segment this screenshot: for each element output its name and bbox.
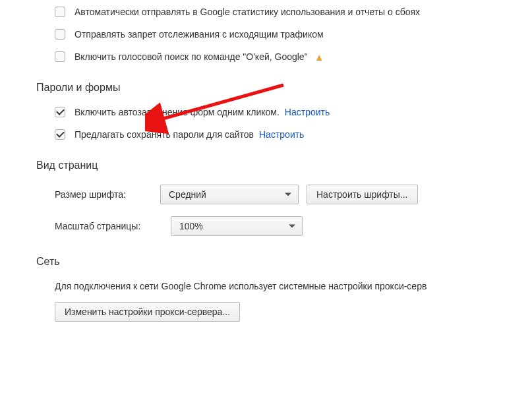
- proxy-settings-button[interactable]: Изменить настройки прокси-сервера...: [55, 302, 240, 322]
- stats-checkbox[interactable]: [55, 7, 65, 17]
- font-size-label: Размер шрифта:: [55, 189, 160, 200]
- dnt-label: Отправлять запрет отслеживания с исходящ…: [74, 29, 324, 40]
- network-section-title: Сеть: [36, 256, 525, 268]
- savepw-configure-link[interactable]: Настроить: [259, 129, 304, 140]
- font-size-value: Средний: [169, 189, 206, 200]
- voice-label: Включить голосовой поиск по команде "О'к…: [74, 51, 308, 62]
- appearance-section-title: Вид страниц: [36, 160, 525, 171]
- network-description: Для подключения к сети Google Chrome исп…: [36, 281, 525, 291]
- savepw-checkbox[interactable]: [55, 129, 65, 140]
- page-zoom-dropdown[interactable]: 100%: [171, 216, 303, 236]
- page-zoom-label: Масштаб страницы:: [55, 221, 160, 231]
- chevron-down-icon: [289, 225, 295, 228]
- autofill-checkbox[interactable]: [55, 107, 65, 117]
- autofill-label: Включить автозаполнение форм одним клико…: [74, 107, 280, 117]
- stats-label: Автоматически отправлять в Google статис…: [74, 7, 420, 17]
- font-size-dropdown[interactable]: Средний: [160, 185, 299, 204]
- autofill-configure-link[interactable]: Настроить: [285, 107, 330, 117]
- page-zoom-value: 100%: [179, 221, 203, 231]
- savepw-label: Предлагать сохранять пароли для сайтов: [74, 129, 254, 140]
- warning-icon: ▲: [314, 52, 324, 62]
- passwords-section-title: Пароли и формы: [36, 82, 525, 94]
- customize-fonts-button[interactable]: Настроить шрифты...: [307, 185, 418, 204]
- chevron-down-icon: [285, 193, 291, 196]
- voice-checkbox[interactable]: [55, 51, 65, 62]
- dnt-checkbox[interactable]: [55, 29, 65, 40]
